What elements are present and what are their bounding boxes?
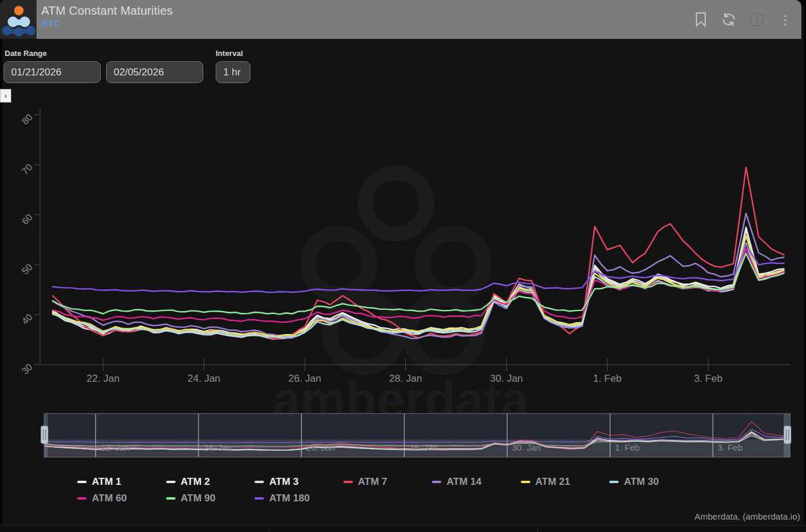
legend-marker [609, 481, 619, 483]
legend-label: ATM 3 [269, 476, 299, 487]
legend-marker [166, 497, 176, 500]
legend-item-atm-1[interactable]: ATM 1 [77, 473, 166, 490]
interval-input[interactable] [216, 61, 250, 83]
legend-marker [166, 481, 176, 483]
legend-item-atm-60[interactable]: ATM 60 [77, 490, 166, 506]
legend-item-atm-2[interactable]: ATM 2 [166, 473, 255, 490]
page-title: ATM Constant Maturities [41, 4, 173, 18]
legend-label: ATM 7 [358, 476, 388, 487]
legend-label: ATM 2 [181, 476, 210, 487]
legend-item-atm-30[interactable]: ATM 30 [609, 473, 698, 490]
interval-label: Interval [216, 49, 243, 58]
svg-text:24. Jan: 24. Jan [187, 373, 220, 384]
asset-subtitle: BTC [42, 18, 60, 28]
svg-text:70: 70 [20, 162, 35, 177]
legend-marker [255, 497, 264, 500]
date-from-input[interactable] [4, 61, 101, 83]
legend-item-atm-21[interactable]: ATM 21 [521, 473, 610, 490]
amberdata-logo [0, 0, 37, 39]
svg-text:60: 60 [20, 212, 35, 227]
svg-text:28. Jan: 28. Jan [409, 442, 438, 452]
legend-marker [521, 481, 530, 483]
legend-label: ATM 30 [624, 476, 659, 487]
amberdata-logo-icon [0, 0, 37, 39]
navigator-handle-left[interactable] [41, 426, 48, 444]
legend: ATM 1ATM 2ATM 3ATM 7ATM 14ATM 21ATM 30AT… [77, 473, 716, 506]
legend-label: ATM 1 [92, 476, 121, 487]
svg-text:26. Jan: 26. Jan [306, 442, 335, 452]
bookmark-icon[interactable] [693, 12, 708, 27]
legend-marker [77, 481, 87, 483]
legend-item-atm-90[interactable]: ATM 90 [166, 490, 255, 506]
widget-header: ATM Constant Maturities BTC ⋮ [0, 0, 801, 39]
legend-label: ATM 21 [536, 476, 570, 487]
alert-icon[interactable] [749, 12, 765, 27]
svg-text:28. Jan: 28. Jan [389, 373, 422, 384]
legend-label: ATM 14 [447, 476, 481, 487]
svg-text:26. Jan: 26. Jan [288, 373, 321, 384]
svg-text:30: 30 [20, 362, 35, 376]
svg-text:1. Feb: 1. Feb [593, 373, 622, 384]
legend-item-atm-14[interactable]: ATM 14 [432, 473, 521, 490]
legend-item-atm-7[interactable]: ATM 7 [343, 473, 432, 490]
legend-marker [432, 481, 441, 483]
refresh-icon[interactable] [721, 12, 736, 27]
svg-text:3. Feb: 3. Feb [694, 373, 722, 384]
date-to-input[interactable] [106, 61, 203, 83]
legend-marker [255, 481, 264, 483]
legend-label: ATM 60 [92, 493, 127, 504]
legend-marker [343, 481, 353, 483]
svg-text:3. Feb: 3. Feb [718, 442, 743, 452]
app-window: amberdata 30405060708022. Jan24. Jan26. … [0, 0, 806, 532]
legend-label: ATM 90 [181, 493, 216, 504]
legend-label: ATM 180 [269, 493, 310, 504]
svg-text:80: 80 [20, 112, 35, 127]
svg-text:1. Feb: 1. Feb [615, 442, 640, 452]
svg-text:30. Jan: 30. Jan [490, 373, 523, 384]
legend-marker [77, 497, 87, 500]
svg-text:22. Jan: 22. Jan [87, 373, 120, 384]
watermark: amberdata [273, 173, 530, 428]
svg-text:24. Jan: 24. Jan [203, 442, 232, 452]
credits-link[interactable]: Amberdata, (amberdata.io) [695, 511, 800, 521]
svg-text:30. Jan: 30. Jan [512, 442, 541, 452]
navigator-handle-right[interactable] [784, 426, 791, 444]
date-range-label: Date Range [5, 49, 47, 58]
svg-text:22. Jan: 22. Jan [100, 442, 129, 452]
kebab-menu-icon[interactable]: ⋮ [778, 12, 793, 27]
navigator[interactable]: 22. Jan24. Jan26. Jan28. Jan30. Jan1. Fe… [41, 414, 791, 457]
svg-text:50: 50 [20, 262, 35, 276]
svg-text:40: 40 [20, 312, 35, 326]
sidebar-expand-toggle[interactable]: › [0, 89, 11, 103]
legend-item-atm-180[interactable]: ATM 180 [255, 490, 343, 506]
legend-item-atm-3[interactable]: ATM 3 [255, 473, 343, 490]
